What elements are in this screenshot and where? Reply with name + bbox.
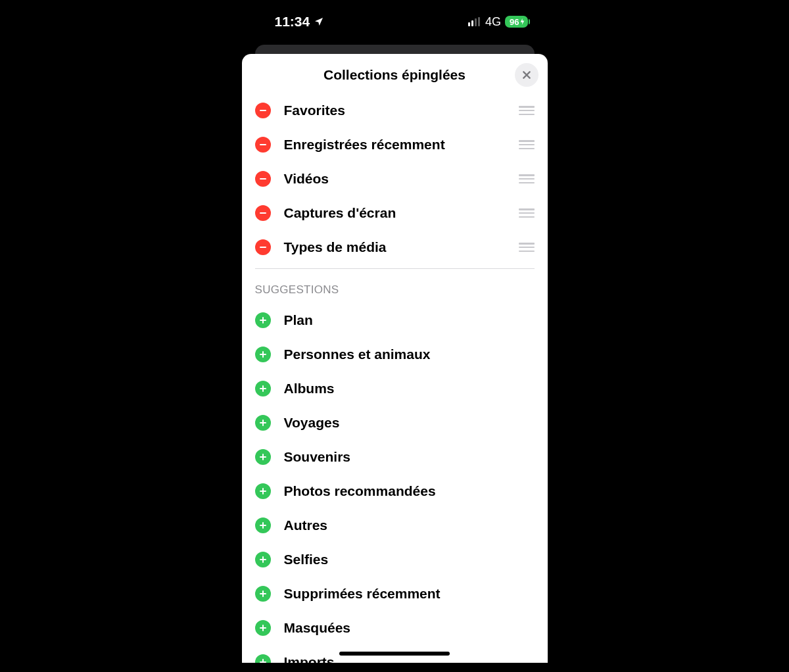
add-button[interactable] [255, 654, 271, 663]
suggestion-label: Personnes et animaux [284, 347, 535, 362]
add-button[interactable] [255, 483, 271, 499]
suggestion-row: Voyages [255, 406, 535, 440]
home-indicator[interactable] [339, 652, 450, 656]
remove-button[interactable] [255, 137, 271, 153]
suggestion-label: Supprimées récemment [284, 586, 535, 602]
minus-icon [259, 175, 267, 183]
add-button[interactable] [255, 381, 271, 396]
svg-rect-26 [260, 661, 266, 663]
svg-rect-24 [260, 627, 266, 629]
battery-icon: 96 [505, 16, 527, 28]
suggestion-row: Photos recommandées [255, 474, 535, 508]
add-button[interactable] [255, 347, 271, 362]
suggestion-label: Albums [284, 381, 535, 396]
phone-screen: 11:34 4G 96 Collections épinglées [242, 0, 548, 663]
suggestion-row: Selfies [255, 542, 535, 577]
suggestion-row: Masquées [255, 611, 535, 645]
plus-icon [259, 487, 267, 495]
svg-rect-8 [260, 354, 266, 355]
svg-rect-20 [260, 559, 266, 560]
plus-icon [259, 350, 267, 358]
svg-rect-16 [260, 491, 266, 492]
svg-rect-0 [260, 110, 266, 111]
plus-icon [259, 316, 267, 324]
remove-button[interactable] [255, 171, 271, 187]
pinned-row: Vidéos [255, 162, 535, 196]
svg-rect-12 [260, 422, 266, 423]
minus-icon [259, 107, 267, 114]
sheet-header: Collections épinglées [242, 54, 548, 93]
minus-icon [259, 141, 267, 149]
pinned-label: Favorites [284, 103, 506, 118]
remove-button[interactable] [255, 239, 271, 255]
drag-handle[interactable] [519, 140, 535, 149]
pinned-label: Enregistrées récemment [284, 137, 506, 153]
suggestion-label: Voyages [284, 415, 535, 431]
close-button[interactable] [515, 63, 538, 87]
add-button[interactable] [255, 449, 271, 465]
suggestion-row: Plan [255, 303, 535, 337]
plus-icon [259, 624, 267, 632]
status-left: 11:34 [275, 14, 325, 30]
pinned-row: Enregistrées récemment [255, 128, 535, 162]
location-icon [314, 16, 324, 27]
pinned-row: Types de média [255, 230, 535, 264]
suggestion-label: Masquées [284, 620, 535, 636]
suggestion-label: Photos recommandées [284, 483, 535, 499]
drag-handle[interactable] [519, 174, 535, 183]
add-button[interactable] [255, 415, 271, 431]
suggestion-label: Plan [284, 312, 535, 328]
suggestion-label: Autres [284, 517, 535, 533]
pinned-label: Vidéos [284, 171, 506, 187]
add-button[interactable] [255, 312, 271, 328]
drag-handle[interactable] [519, 208, 535, 218]
suggestion-row: Albums [255, 372, 535, 406]
close-icon [521, 70, 532, 80]
plus-icon [259, 453, 267, 461]
plus-icon [259, 419, 267, 427]
minus-icon [259, 209, 267, 217]
signal-icon [468, 17, 481, 26]
add-button[interactable] [255, 620, 271, 636]
suggestion-label: Souvenirs [284, 449, 535, 465]
add-button[interactable] [255, 552, 271, 567]
sheet-content: Favorites Enregistrées récemment Vidéos [242, 93, 548, 663]
status-right: 4G 96 [468, 15, 528, 29]
remove-button[interactable] [255, 103, 271, 118]
svg-rect-4 [260, 247, 266, 248]
battery-level: 96 [510, 17, 519, 27]
suggestion-row: Autres [255, 508, 535, 542]
svg-rect-10 [260, 388, 266, 389]
modal-sheet: Collections épinglées Favorites Enregist [242, 54, 548, 663]
suggestion-row: Souvenirs [255, 440, 535, 474]
separator [255, 268, 535, 269]
sheet-title: Collections épinglées [242, 67, 548, 83]
remove-button[interactable] [255, 205, 271, 221]
network-label: 4G [485, 15, 501, 29]
pinned-row: Captures d'écran [255, 196, 535, 230]
svg-rect-18 [260, 525, 266, 526]
plus-icon [259, 658, 267, 663]
drag-handle[interactable] [519, 106, 535, 115]
svg-rect-14 [260, 456, 266, 458]
pinned-label: Captures d'écran [284, 205, 506, 221]
svg-rect-2 [260, 178, 266, 180]
pinned-label: Types de média [284, 239, 506, 255]
plus-icon [259, 521, 267, 529]
svg-rect-3 [260, 212, 266, 214]
drag-handle[interactable] [519, 243, 535, 252]
pinned-row: Favorites [255, 93, 535, 128]
svg-rect-22 [260, 593, 266, 594]
svg-rect-6 [260, 320, 266, 321]
status-bar: 11:34 4G 96 [242, 0, 548, 36]
suggestions-title: SUGGESTIONS [255, 272, 535, 303]
suggestion-row: Personnes et animaux [255, 337, 535, 372]
add-button[interactable] [255, 586, 271, 602]
plus-icon [259, 556, 267, 564]
add-button[interactable] [255, 517, 271, 533]
suggestion-label: Selfies [284, 552, 535, 567]
plus-icon [259, 590, 267, 598]
minus-icon [259, 243, 267, 251]
status-time: 11:34 [275, 14, 310, 30]
suggestion-row: Supprimées récemment [255, 577, 535, 611]
